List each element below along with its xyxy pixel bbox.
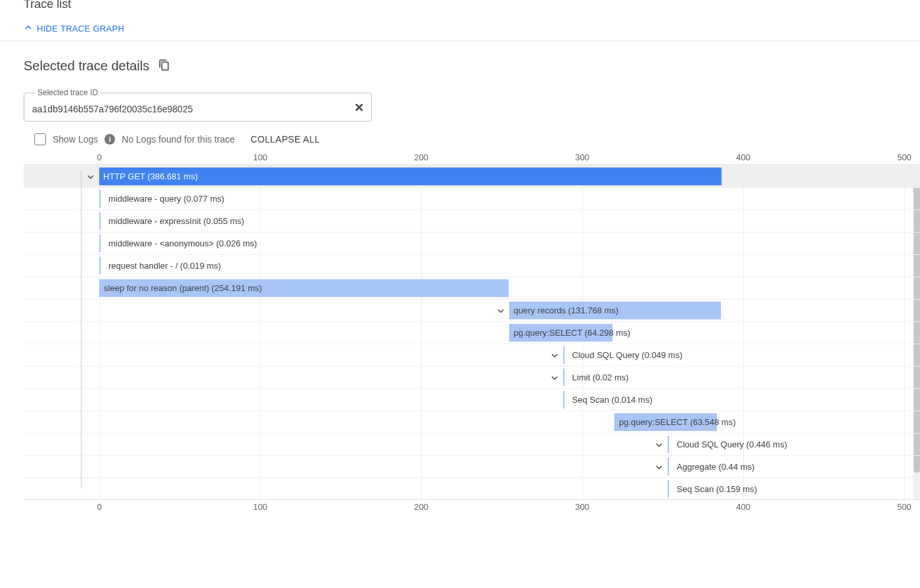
span-row[interactable]: HTTP GET (386.681 ms) <box>24 165 920 187</box>
span-bar[interactable]: pg.query:SELECT (64.298 ms) <box>509 324 613 342</box>
span-row[interactable]: sleep for no reason (parent) (254.191 ms… <box>24 277 920 299</box>
span-row[interactable]: query records (131.768 ms) <box>24 299 920 321</box>
span-bar[interactable]: Cloud SQL Query (0.049 ms) <box>563 346 568 364</box>
axis-tick: 0 <box>97 502 101 512</box>
span-label: request handler - / (0.019 ms) <box>104 261 221 271</box>
hide-trace-graph-label: HIDE TRACE GRAPH <box>37 24 124 34</box>
chevron-up-icon <box>24 23 33 34</box>
span-label: pg.query:SELECT (63.548 ms) <box>619 417 736 427</box>
span-label: Seq Scan (0.014 ms) <box>568 395 653 405</box>
span-label: Cloud SQL Query (0.049 ms) <box>568 350 683 360</box>
span-row[interactable]: pg.query:SELECT (63.548 ms) <box>24 411 920 433</box>
span-bar[interactable]: sleep for no reason (parent) (254.191 ms… <box>99 279 509 297</box>
span-row[interactable]: Aggregate (0.44 ms) <box>24 455 920 478</box>
span-row[interactable]: Seq Scan (0.014 ms) <box>24 388 920 411</box>
chevron-down-icon[interactable] <box>549 372 561 384</box>
show-logs-checkbox[interactable] <box>34 133 46 145</box>
span-label: middleware - expressInit (0.055 ms) <box>104 216 244 226</box>
span-bar[interactable]: pg.query:SELECT (63.548 ms) <box>614 413 717 431</box>
span-bar[interactable]: HTTP GET (386.681 ms) <box>99 168 722 185</box>
span-label: query records (131.768 ms) <box>514 305 619 315</box>
axis-tick: 500 <box>897 502 911 512</box>
span-bar[interactable]: Cloud SQL Query (0.446 ms) <box>668 436 673 453</box>
show-logs-label: Show Logs <box>53 134 98 145</box>
span-bar[interactable]: middleware - expressInit (0.055 ms) <box>99 212 104 230</box>
hide-trace-graph-toggle[interactable]: HIDE TRACE GRAPH <box>24 23 920 34</box>
span-row[interactable]: pg.query:SELECT (64.298 ms) <box>24 321 920 344</box>
section-divider <box>0 41 920 41</box>
axis-tick: 400 <box>736 502 750 512</box>
axis-tick: 200 <box>414 502 428 512</box>
axis-tick: 400 <box>736 152 750 162</box>
axis-tick: 500 <box>897 152 911 162</box>
span-label: Seq Scan (0.159 ms) <box>673 484 757 494</box>
axis-tick: 100 <box>253 502 267 512</box>
clear-icon[interactable]: ✕ <box>354 101 364 115</box>
copy-icon[interactable] <box>158 59 170 73</box>
chevron-down-icon[interactable] <box>495 305 507 317</box>
time-axis-bottom: 0100200300400500 <box>24 499 920 512</box>
time-axis-top: 0100200300400500 <box>24 152 920 165</box>
span-bar[interactable]: Aggregate (0.44 ms) <box>668 458 673 476</box>
info-icon[interactable]: i <box>104 134 115 145</box>
span-bar[interactable]: Seq Scan (0.159 ms) <box>668 480 673 498</box>
trace-id-input[interactable] <box>32 104 345 114</box>
span-row[interactable]: Limit (0.02 ms) <box>24 366 920 388</box>
span-row[interactable]: Seq Scan (0.159 ms) <box>24 478 920 500</box>
collapse-all-button[interactable]: COLLAPSE ALL <box>250 134 320 145</box>
no-logs-message: No Logs found for this trace <box>122 134 235 145</box>
span-bar[interactable]: request handler - / (0.019 ms) <box>99 257 104 275</box>
span-bar[interactable]: Seq Scan (0.014 ms) <box>563 391 568 409</box>
trace-waterfall: 0100200300400500 HTTP GET (386.681 ms)mi… <box>24 152 920 512</box>
span-label: middleware - query (0.077 ms) <box>104 194 224 204</box>
span-label: Limit (0.02 ms) <box>568 373 629 382</box>
chevron-down-icon[interactable] <box>549 350 561 361</box>
span-row[interactable]: middleware - query (0.077 ms) <box>24 187 920 210</box>
trace-list-title: Trace list <box>24 0 920 11</box>
span-label: sleep for no reason (parent) (254.191 ms… <box>104 283 262 293</box>
span-label: middleware - <anonymous> (0.026 ms) <box>104 238 257 248</box>
chevron-down-icon[interactable] <box>653 461 665 473</box>
axis-tick: 200 <box>414 152 428 162</box>
span-row[interactable]: Cloud SQL Query (0.049 ms) <box>24 344 920 366</box>
chevron-down-icon[interactable] <box>653 439 665 451</box>
span-bar[interactable]: middleware - <anonymous> (0.026 ms) <box>99 235 104 252</box>
axis-tick: 0 <box>97 152 101 162</box>
axis-tick: 100 <box>253 152 267 162</box>
span-label: Cloud SQL Query (0.446 ms) <box>673 440 787 449</box>
selected-trace-details-title: Selected trace details <box>24 58 149 74</box>
span-bar[interactable]: middleware - query (0.077 ms) <box>99 190 104 208</box>
span-row[interactable]: middleware - <anonymous> (0.026 ms) <box>24 232 920 254</box>
trace-id-label: Selected trace ID <box>35 88 101 97</box>
chevron-down-icon[interactable] <box>85 171 97 183</box>
span-label: HTTP GET (386.681 ms) <box>103 171 198 181</box>
span-rows: HTTP GET (386.681 ms)middleware - query … <box>24 165 920 500</box>
trace-id-field: Selected trace ID ✕ <box>24 88 372 122</box>
span-row[interactable]: request handler - / (0.019 ms) <box>24 254 920 277</box>
span-label: Aggregate (0.44 ms) <box>673 462 755 472</box>
span-label: pg.query:SELECT (64.298 ms) <box>514 328 631 338</box>
span-bar[interactable]: Limit (0.02 ms) <box>563 369 568 386</box>
span-row[interactable]: Cloud SQL Query (0.446 ms) <box>24 433 920 455</box>
axis-tick: 300 <box>575 152 589 162</box>
span-row[interactable]: middleware - expressInit (0.055 ms) <box>24 210 920 232</box>
axis-tick: 300 <box>575 502 589 512</box>
span-bar[interactable]: query records (131.768 ms) <box>509 302 722 319</box>
